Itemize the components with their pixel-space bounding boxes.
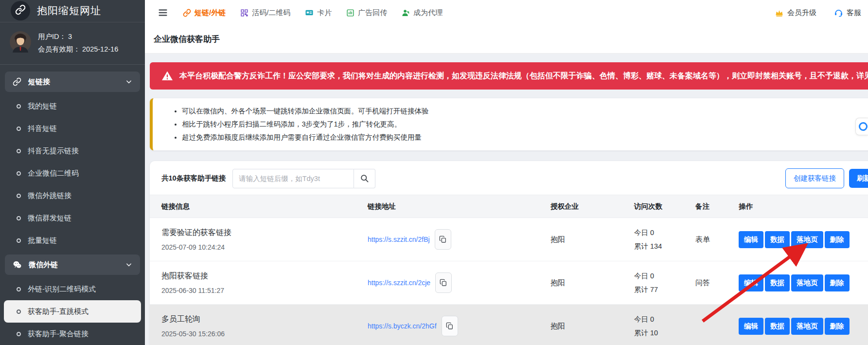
delete-button[interactable]: 删除	[825, 318, 850, 335]
create-acquisition-link-button[interactable]: 创建获客链接	[785, 168, 844, 188]
chain-link-icon	[15, 4, 26, 17]
table-row: 抱阳获客链接 2025-06-30 11:51:27 https://s.szz…	[150, 261, 868, 305]
authorized-company: 抱阳	[546, 235, 631, 244]
copy-icon	[446, 322, 454, 330]
tip-item: 超过免费添加额度后继续添加用户需要自行通过企业微信官方付费购买使用量	[182, 131, 864, 144]
tab-shortlink-extlink[interactable]: 短链/外链	[183, 8, 226, 18]
avatar	[10, 31, 31, 54]
customer-service-label: 客服	[847, 8, 861, 18]
tab-label: 短链/外链	[195, 8, 226, 18]
copy-button[interactable]	[442, 316, 458, 336]
page-content: 本平台积极配合警方反诈工作！应公安部要求，我们将对生成的内容进行检测，如发现违反…	[145, 54, 868, 345]
sidebar-item-label: 抖音短链	[28, 124, 57, 133]
crown-icon	[775, 8, 784, 18]
landing-page-button[interactable]: 落地页	[791, 231, 823, 248]
data-button[interactable]: 数据	[765, 231, 790, 248]
circle-marker-icon	[17, 216, 21, 220]
topbar: 短链/外链 活码/二维码 卡片 广告回传 成为代理	[145, 0, 868, 25]
landing-page-button[interactable]: 落地页	[791, 274, 823, 291]
chevron-down-icon	[125, 261, 132, 268]
circle-marker-icon	[17, 309, 21, 314]
alert-text: 本平台积极配合警方反诈工作！应公安部要求，我们将对生成的内容进行检测，如发现违反…	[179, 71, 868, 81]
chevron-down-icon	[125, 78, 132, 85]
search-button[interactable]	[354, 169, 375, 188]
sidebar-item-label: 获客助手-直跳模式	[28, 307, 89, 316]
sidebar-group-wechat-external[interactable]: 微信外链	[5, 254, 140, 275]
tab-qrcode[interactable]: 活码/二维码	[240, 8, 290, 18]
member-upgrade-label: 会员升级	[787, 8, 816, 18]
sidebar-group-label: 微信外链	[29, 260, 58, 270]
data-button[interactable]: 数据	[765, 274, 790, 291]
tab-card[interactable]: 卡片	[305, 8, 332, 18]
wechat-icon	[13, 260, 22, 270]
page-title: 企业微信获客助手	[145, 25, 868, 54]
sidebar: 抱阳缩短网址 用户ID： 3 会员有效期： 2025-12-16 短链接	[0, 0, 145, 345]
sidebar-menu: 短链接 我的短链 抖音短链 抖音无提示链接 企业微信二维码 微信外跳链接 微信群…	[0, 65, 145, 345]
short-url-link[interactable]: https://s.szzit.cn/2cje	[368, 279, 430, 287]
brand-title: 抱阳缩短网址	[37, 4, 101, 18]
sidebar-item-batch-shortlink[interactable]: 批量短链	[4, 229, 141, 252]
circle-marker-icon	[17, 287, 21, 291]
remark: 问答	[692, 278, 735, 288]
user-id: 用户ID： 3	[38, 30, 118, 43]
col-header-link-info: 链接信息	[161, 202, 365, 211]
sidebar-item-label: 微信外跳链接	[28, 191, 71, 200]
warning-triangle-icon	[161, 70, 173, 82]
sidebar-item-wechat-jump[interactable]: 微信外跳链接	[4, 184, 141, 207]
search-input[interactable]	[232, 169, 354, 188]
floating-widget[interactable]	[855, 118, 868, 135]
refresh-button[interactable]: 刷新	[849, 169, 868, 188]
data-button[interactable]: 数据	[765, 318, 790, 335]
sidebar-item-acquisition-direct-mode[interactable]: 获客助手-直跳模式	[4, 300, 141, 323]
sidebar-item-douyin-shortlink[interactable]: 抖音短链	[4, 117, 141, 140]
qr-code-icon	[240, 9, 248, 17]
sidebar-item-acquisition-aggregate[interactable]: 获客助手-聚合链接	[4, 323, 141, 345]
tips-card: 可以在微信内、外各个场景一键跳转添加企业微信页面。可手机端打开链接体验 相比于跳…	[150, 98, 868, 150]
visit-stats: 今日 0 累计 10	[631, 316, 692, 336]
circle-marker-icon	[17, 149, 21, 153]
visits-today: 今日 0	[634, 272, 692, 280]
member-expiry: 会员有效期： 2025-12-16	[38, 43, 118, 55]
agent-person-icon	[402, 9, 410, 17]
user-panel: 用户ID： 3 会员有效期： 2025-12-16	[0, 22, 145, 65]
delete-button[interactable]: 删除	[825, 274, 850, 291]
copy-button[interactable]	[435, 229, 451, 250]
sidebar-item-extlink-qr-mode[interactable]: 外链-识别二维码模式	[4, 278, 141, 300]
sidebar-item-douyin-noprompt[interactable]: 抖音无提示链接	[4, 140, 141, 162]
customer-service-button[interactable]: 客服	[834, 8, 861, 18]
circle-marker-icon	[17, 194, 21, 198]
main-area: 短链/外链 活码/二维码 卡片 广告回传 成为代理	[145, 0, 868, 345]
tab-ad-callback[interactable]: 广告回传	[346, 8, 387, 18]
edit-button[interactable]: 编辑	[739, 231, 763, 248]
hamburger-menu-icon[interactable]	[158, 7, 168, 18]
tab-become-agent[interactable]: 成为代理	[402, 8, 443, 18]
copy-icon	[440, 279, 447, 287]
delete-button[interactable]: 删除	[825, 231, 850, 248]
circle-marker-icon	[17, 332, 21, 336]
table-row: 需要验证的获客链接 2025-07-09 10:24:24 https://s.…	[150, 218, 868, 261]
col-header-remark: 备注	[692, 202, 735, 211]
short-url-link[interactable]: https://s.szzit.cn/2fBj	[368, 236, 430, 243]
short-url-link[interactable]: https://s.byczk.cn/2hGf	[368, 322, 437, 330]
member-upgrade-button[interactable]: 会员升级	[775, 8, 816, 18]
sidebar-item-label: 抖音无提示链接	[28, 146, 79, 156]
landing-page-button[interactable]: 落地页	[791, 318, 823, 335]
sidebar-group-label: 短链接	[28, 77, 50, 87]
copy-button[interactable]	[435, 272, 452, 293]
edit-button[interactable]: 编辑	[739, 274, 763, 291]
visit-stats: 今日 0 累计 77	[631, 272, 692, 293]
ad-callback-icon	[346, 9, 354, 17]
card-icon	[305, 8, 314, 17]
edit-button[interactable]: 编辑	[739, 318, 763, 335]
link-created-date: 2025-06-30 11:51:27	[161, 287, 357, 294]
sidebar-item-my-shortlinks[interactable]: 我的短链	[4, 95, 141, 117]
link-name: 需要验证的获客链接	[161, 228, 357, 238]
link-created-date: 2025-05-30 15:26:06	[161, 330, 357, 338]
visits-today: 今日 0	[634, 316, 692, 323]
authorized-company: 抱阳	[546, 278, 631, 288]
sidebar-group-shortlink[interactable]: 短链接	[5, 72, 140, 92]
remark: 表单	[692, 235, 735, 244]
search-icon	[360, 174, 369, 183]
sidebar-item-wecom-qr[interactable]: 企业微信二维码	[4, 162, 141, 184]
sidebar-item-wechat-mass[interactable]: 微信群发短链	[4, 207, 141, 229]
